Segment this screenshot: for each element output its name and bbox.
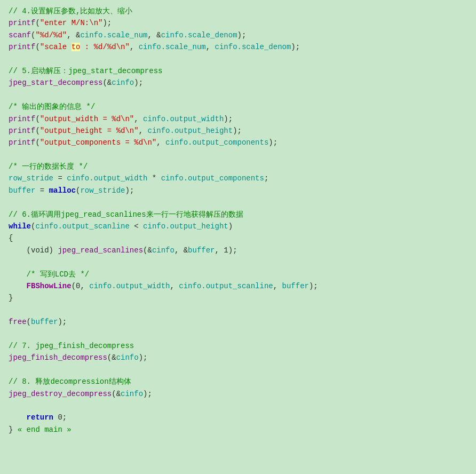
- code-line: (void) jpeg_read_scanlines(&cinfo, &buff…: [9, 244, 467, 256]
- code-line: [9, 304, 467, 316]
- code-line: jpeg_start_decompress(&cinfo);: [9, 77, 467, 89]
- code-line: free(buffer);: [9, 316, 467, 328]
- code-line: while(cinfo.output_scanline < cinfo.outp…: [9, 220, 467, 232]
- code-line: row_stride = cinfo.output_width * cinfo.…: [9, 172, 467, 184]
- code-line: [9, 256, 467, 268]
- comment-text: // 4.设置解压参数,比如放大、缩小: [9, 7, 132, 15]
- code-line: printf("scale to : %d/%d\n", cinfo.scale…: [9, 41, 467, 53]
- code-line: [9, 149, 467, 161]
- code-line: /* 一行的数据长度 */: [9, 161, 467, 172]
- code-line: // 6.循环调用jpeg_read_scanlines来一行一行地获得解压的数…: [9, 209, 467, 220]
- code-line: [9, 53, 467, 65]
- code-line: printf("output_width = %d\n", cinfo.outp…: [9, 113, 467, 125]
- code-line: // 5.启动解压：jpeg_start_decompress: [9, 65, 467, 77]
- code-line: // 4.设置解压参数,比如放大、缩小: [9, 5, 467, 17]
- code-line: [9, 196, 467, 208]
- code-line: [9, 89, 467, 101]
- code-line: {: [9, 232, 467, 244]
- code-line: printf("output_components = %d\n", cinfo…: [9, 137, 467, 148]
- code-line: // 8. 释放decompression结构体: [9, 376, 467, 388]
- code-line: }: [9, 292, 467, 304]
- code-line: } « end main »: [9, 424, 467, 436]
- code-line: scanf("%d/%d", &cinfo.scale_num, &cinfo.…: [9, 29, 467, 41]
- code-line: jpeg_destroy_decompress(&cinfo);: [9, 388, 467, 400]
- code-line: return 0;: [9, 412, 467, 423]
- code-line: /* 输出的图象的信息 */: [9, 101, 467, 113]
- code-line: buffer = malloc(row_stride);: [9, 185, 467, 196]
- code-line: [9, 328, 467, 340]
- code-line: printf("enter M/N:\n");: [9, 17, 467, 29]
- code-line: /* 写到LCD去 */: [9, 268, 467, 280]
- code-line: FBShowLine(0, cinfo.output_width, cinfo.…: [9, 280, 467, 292]
- code-line: [9, 364, 467, 376]
- code-line: printf("output_height = %d\n", cinfo.out…: [9, 125, 467, 137]
- code-line: // 7. jpeg_finish_decompress: [9, 340, 467, 352]
- code-editor: // 4.设置解压参数,比如放大、缩小 printf("enter M/N:\n…: [0, 0, 476, 474]
- code-line: [9, 400, 467, 412]
- code-line: jpeg_finish_decompress(&cinfo);: [9, 352, 467, 364]
